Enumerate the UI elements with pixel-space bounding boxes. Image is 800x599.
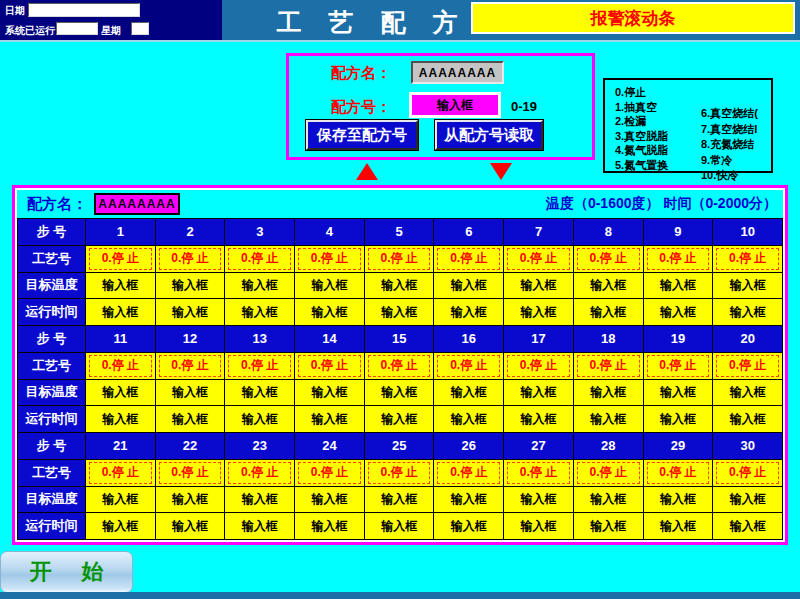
time-input-cell[interactable]: 输入框 (434, 513, 503, 539)
process-input-cell[interactable]: 0.停 止 (713, 460, 782, 486)
temp-input-cell[interactable]: 输入框 (156, 380, 225, 406)
time-input-cell[interactable]: 输入框 (644, 513, 713, 539)
time-input-cell[interactable]: 输入框 (225, 513, 294, 539)
process-input-cell[interactable]: 0.停 止 (504, 460, 573, 486)
time-input-cell[interactable]: 输入框 (504, 299, 573, 325)
time-input-cell[interactable]: 输入框 (434, 299, 503, 325)
process-input-cell[interactable]: 0.停 止 (434, 246, 503, 272)
process-input-cell[interactable]: 0.停 止 (365, 246, 434, 272)
process-input-cell[interactable]: 0.停 止 (365, 460, 434, 486)
save-to-recipe-button[interactable]: 保存至配方号 (306, 120, 418, 150)
temp-input-cell[interactable]: 输入框 (574, 487, 643, 513)
process-input-cell[interactable]: 0.停 止 (713, 353, 782, 379)
load-from-recipe-button[interactable]: 从配方号读取 (435, 120, 543, 150)
process-input-cell[interactable]: 0.停 止 (225, 246, 294, 272)
time-input-cell[interactable]: 输入框 (225, 406, 294, 432)
time-input-cell[interactable]: 输入框 (225, 299, 294, 325)
temp-input-cell[interactable]: 输入框 (434, 380, 503, 406)
temp-input-cell[interactable]: 输入框 (295, 380, 364, 406)
time-input-cell[interactable]: 输入框 (574, 513, 643, 539)
temp-input-cell[interactable]: 输入框 (713, 380, 782, 406)
temp-input-cell[interactable]: 输入框 (156, 487, 225, 513)
temp-input-cell[interactable]: 输入框 (504, 487, 573, 513)
temp-input-cell[interactable]: 输入框 (365, 273, 434, 299)
temp-input-cell[interactable]: 输入框 (225, 273, 294, 299)
time-input-cell[interactable]: 输入框 (365, 299, 434, 325)
process-input-cell[interactable]: 0.停 止 (644, 246, 713, 272)
start-button[interactable]: 开 始 (0, 551, 133, 593)
process-input-cell[interactable]: 0.停 止 (574, 246, 643, 272)
process-input-cell[interactable]: 0.停 止 (434, 353, 503, 379)
temp-input-cell[interactable]: 输入框 (644, 273, 713, 299)
time-input-cell[interactable]: 输入框 (86, 513, 155, 539)
time-input-cell[interactable]: 输入框 (434, 406, 503, 432)
temp-input-cell[interactable]: 输入框 (295, 487, 364, 513)
time-input-cell[interactable]: 输入框 (156, 513, 225, 539)
temp-input-cell[interactable]: 输入框 (644, 380, 713, 406)
time-input-cell[interactable]: 输入框 (156, 299, 225, 325)
process-input-cell[interactable]: 0.停 止 (365, 353, 434, 379)
temp-input-cell[interactable]: 输入框 (225, 380, 294, 406)
process-input-cell[interactable]: 0.停 止 (86, 460, 155, 486)
recipe-name-input[interactable]: AAAAAAAA (411, 61, 504, 84)
process-input-cell[interactable]: 0.停 止 (644, 460, 713, 486)
time-input-cell[interactable]: 输入框 (295, 513, 364, 539)
step-number-cell: 19 (644, 326, 713, 352)
time-input-cell[interactable]: 输入框 (86, 406, 155, 432)
temp-input-cell[interactable]: 输入框 (434, 273, 503, 299)
time-input-cell[interactable]: 输入框 (713, 406, 782, 432)
time-input-cell[interactable]: 输入框 (504, 513, 573, 539)
table-recipe-name-value[interactable]: AAAAAAAA (94, 193, 180, 215)
time-input-cell[interactable]: 输入框 (644, 406, 713, 432)
time-input-cell[interactable]: 输入框 (713, 299, 782, 325)
temp-input-cell[interactable]: 输入框 (86, 487, 155, 513)
time-input-cell[interactable]: 输入框 (295, 299, 364, 325)
process-input-cell[interactable]: 0.停 止 (225, 460, 294, 486)
time-input-cell[interactable]: 输入框 (574, 406, 643, 432)
process-input-cell[interactable]: 0.停 止 (504, 246, 573, 272)
process-input-cell[interactable]: 0.停 止 (156, 246, 225, 272)
process-input-cell[interactable]: 0.停 止 (504, 353, 573, 379)
time-input-cell[interactable]: 输入框 (86, 299, 155, 325)
legend-item: 10.快冷 (701, 168, 758, 184)
time-input-cell[interactable]: 输入框 (574, 299, 643, 325)
temp-input-cell[interactable]: 输入框 (713, 273, 782, 299)
time-input-cell[interactable]: 输入框 (295, 406, 364, 432)
process-input-cell[interactable]: 0.停 止 (295, 353, 364, 379)
temp-input-cell[interactable]: 输入框 (644, 487, 713, 513)
time-input-cell[interactable]: 输入框 (644, 299, 713, 325)
process-code-legend: 0.停止1.抽真空2.检漏3.真空脱脂4.氮气脱脂5.氮气置换 6.真空烧结(7… (603, 78, 773, 173)
process-input-cell[interactable]: 0.停 止 (644, 353, 713, 379)
process-value: 0.停 止 (298, 462, 361, 484)
temp-input-cell[interactable]: 输入框 (156, 273, 225, 299)
temp-input-cell[interactable]: 输入框 (365, 380, 434, 406)
process-input-cell[interactable]: 0.停 止 (156, 353, 225, 379)
process-input-cell[interactable]: 0.停 止 (86, 353, 155, 379)
temp-input-cell[interactable]: 输入框 (574, 380, 643, 406)
process-input-cell[interactable]: 0.停 止 (713, 246, 782, 272)
temp-input-cell[interactable]: 输入框 (86, 380, 155, 406)
temp-input-cell[interactable]: 输入框 (295, 273, 364, 299)
temp-input-cell[interactable]: 输入框 (365, 487, 434, 513)
process-input-cell[interactable]: 0.停 止 (225, 353, 294, 379)
time-input-cell[interactable]: 输入框 (504, 406, 573, 432)
time-input-cell[interactable]: 输入框 (713, 513, 782, 539)
temp-input-cell[interactable]: 输入框 (713, 487, 782, 513)
temp-input-cell[interactable]: 输入框 (225, 487, 294, 513)
process-input-cell[interactable]: 0.停 止 (574, 460, 643, 486)
temp-input-cell[interactable]: 输入框 (574, 273, 643, 299)
process-input-cell[interactable]: 0.停 止 (574, 353, 643, 379)
temp-input-cell[interactable]: 输入框 (504, 380, 573, 406)
time-input-cell[interactable]: 输入框 (156, 406, 225, 432)
time-input-cell[interactable]: 输入框 (365, 406, 434, 432)
temp-input-cell[interactable]: 输入框 (504, 273, 573, 299)
process-input-cell[interactable]: 0.停 止 (86, 246, 155, 272)
process-input-cell[interactable]: 0.停 止 (295, 460, 364, 486)
process-input-cell[interactable]: 0.停 止 (156, 460, 225, 486)
time-input-cell[interactable]: 输入框 (365, 513, 434, 539)
temp-input-cell[interactable]: 输入框 (434, 487, 503, 513)
temp-input-cell[interactable]: 输入框 (86, 273, 155, 299)
process-input-cell[interactable]: 0.停 止 (295, 246, 364, 272)
process-input-cell[interactable]: 0.停 止 (434, 460, 503, 486)
recipe-number-input[interactable]: 输入框 (409, 92, 501, 118)
